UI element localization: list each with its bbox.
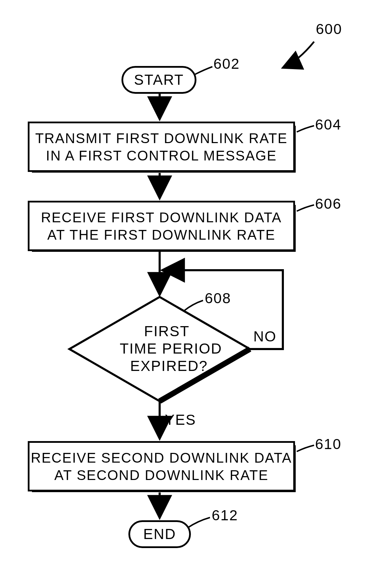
decision-line1: FIRST [144, 323, 189, 340]
end-ref: 612 [212, 507, 238, 524]
process-step-1-text: TRANSMIT FIRST DOWNLINK RATE IN A FIRST … [35, 130, 287, 164]
process-step-2-text: RECEIVE FIRST DOWNLINK DATA AT THE FIRST… [41, 209, 282, 243]
start-ref: 602 [213, 56, 240, 72]
process-step-1-ref: 604 [315, 116, 342, 133]
edge-no-label: NO [253, 328, 277, 345]
start-node: START [121, 66, 196, 94]
flowchart: 600 START 602 TRANSMIT FIRST DOWNLINK RA… [0, 0, 371, 588]
process-step-1: TRANSMIT FIRST DOWNLINK RATE IN A FIRST … [28, 122, 292, 168]
start-label: START [134, 72, 184, 88]
process-step-3: RECEIVE SECOND DOWNLINK DATA AT SECOND D… [28, 441, 292, 488]
decision-ref: 608 [205, 290, 231, 307]
figure-ref: 600 [316, 21, 342, 38]
process-step-3-ref: 610 [315, 436, 342, 453]
end-node: END [128, 520, 191, 548]
process-step-2: RECEIVE FIRST DOWNLINK DATA AT THE FIRST… [28, 201, 292, 248]
decision-line3: EXPIRED? [130, 358, 208, 374]
edge-yes-label: YES [165, 412, 196, 428]
end-label: END [143, 526, 176, 543]
process-step-3-text: RECEIVE SECOND DOWNLINK DATA AT SECOND D… [31, 449, 292, 484]
process-step-2-ref: 606 [315, 196, 342, 212]
decision-line2: TIME PERIOD [120, 340, 222, 357]
